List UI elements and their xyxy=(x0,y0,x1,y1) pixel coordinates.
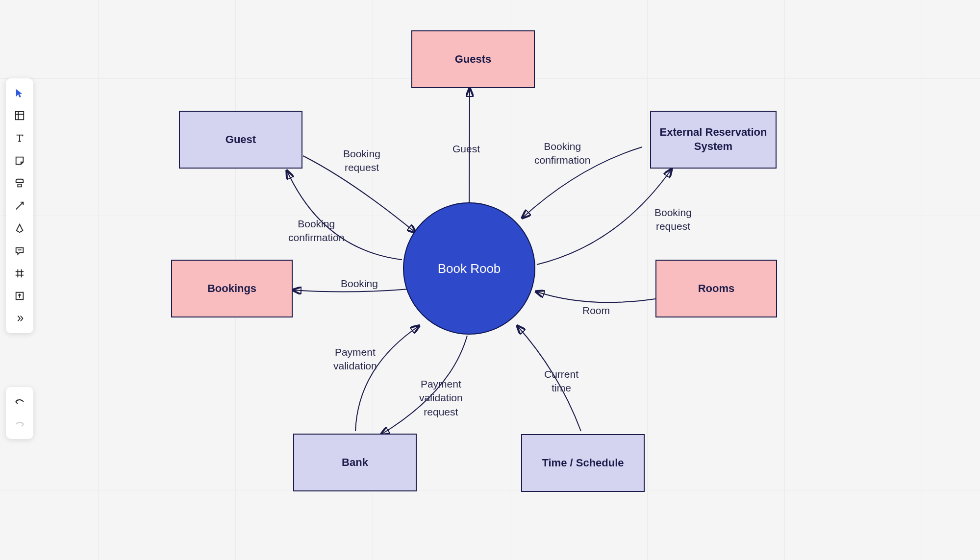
edge-label-guest: Guest xyxy=(452,142,480,156)
edge-label-booking-confirmation-1: Booking confirmation xyxy=(288,217,344,245)
undo-panel xyxy=(6,387,33,439)
sticky-icon xyxy=(14,155,25,166)
node-label: External Reservation System xyxy=(655,125,772,153)
grid-tool[interactable] xyxy=(10,264,29,283)
node-guests[interactable]: Guests xyxy=(411,30,535,88)
node-label: Bank xyxy=(342,456,368,470)
pen-icon xyxy=(14,223,25,234)
comment-icon xyxy=(14,245,25,256)
upload-tool[interactable] xyxy=(10,286,29,306)
edge-label-payment-validation-request: Payment validation request xyxy=(419,377,463,419)
undo-button[interactable] xyxy=(10,393,29,411)
shape-icon xyxy=(14,178,25,189)
shape-tool[interactable] xyxy=(10,173,29,193)
pen-tool[interactable] xyxy=(10,219,29,238)
edge-label-booking-confirmation-2: Booking confirmation xyxy=(534,140,590,168)
arrow-icon xyxy=(14,200,25,211)
edge-label-booking-request-1: Booking request xyxy=(343,147,380,175)
text-icon xyxy=(14,133,25,144)
frame-icon xyxy=(14,110,25,121)
comment-tool[interactable] xyxy=(10,241,29,261)
svg-rect-0 xyxy=(16,112,24,120)
node-guest[interactable]: Guest xyxy=(179,111,302,169)
node-external-reservation-system[interactable]: External Reservation System xyxy=(650,111,777,169)
node-bookings[interactable]: Bookings xyxy=(171,260,293,317)
chevron-right-icon xyxy=(14,313,25,324)
redo-icon xyxy=(14,419,25,429)
frame-tool[interactable] xyxy=(10,106,29,125)
edge-label-booking: Booking xyxy=(341,277,378,291)
center-process-book-room[interactable]: Book Roob xyxy=(403,202,535,335)
node-rooms[interactable]: Rooms xyxy=(655,260,777,317)
edge-label-booking-request-2: Booking request xyxy=(654,206,692,234)
redo-button[interactable] xyxy=(10,415,29,433)
edge-label-room: Room xyxy=(582,304,610,317)
sticky-tool[interactable] xyxy=(10,151,29,170)
node-label: Time / Schedule xyxy=(542,456,624,470)
select-tool[interactable] xyxy=(10,83,29,103)
diagram-canvas[interactable]: Book Roob Guests Guest External Reservat… xyxy=(0,0,980,560)
node-label: Bookings xyxy=(207,282,256,296)
upload-icon xyxy=(14,291,25,301)
cursor-icon xyxy=(14,88,25,98)
center-label: Book Roob xyxy=(438,261,501,276)
node-label: Guest xyxy=(226,133,256,147)
toolbar xyxy=(6,78,33,333)
more-tool[interactable] xyxy=(10,309,29,328)
edge-label-payment-validation: Payment validation xyxy=(333,345,377,373)
arrow-tool[interactable] xyxy=(10,196,29,216)
grid-icon xyxy=(14,268,25,279)
node-label: Rooms xyxy=(698,282,735,296)
edge-label-current-time: Current time xyxy=(544,367,578,395)
text-tool[interactable] xyxy=(10,128,29,148)
node-time-schedule[interactable]: Time / Schedule xyxy=(521,434,645,492)
node-label: Guests xyxy=(455,52,492,67)
undo-icon xyxy=(14,397,25,407)
node-bank[interactable]: Bank xyxy=(293,434,417,491)
